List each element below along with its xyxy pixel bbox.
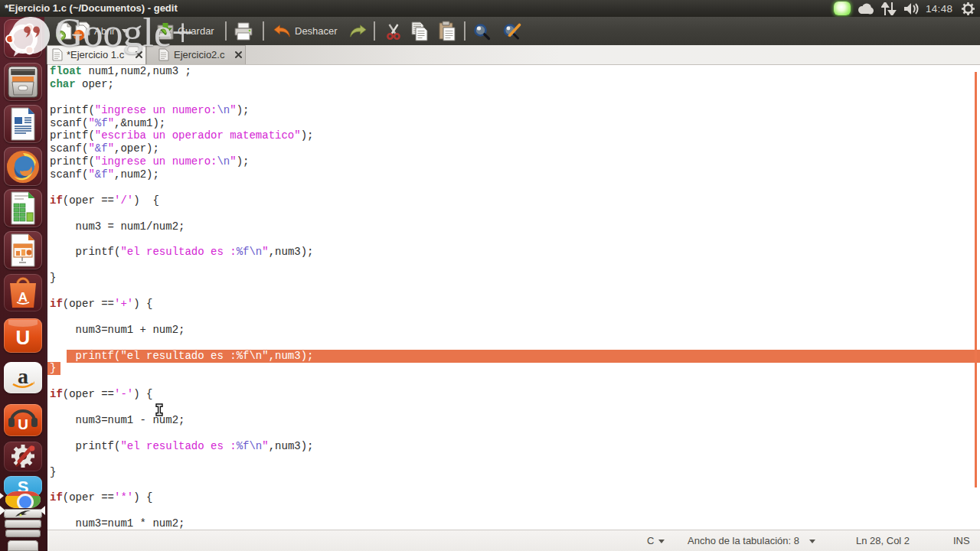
svg-text:A: A <box>18 290 28 305</box>
svg-text:U: U <box>16 326 31 349</box>
svg-text:a: a <box>18 364 28 388</box>
svg-text:U: U <box>18 416 28 432</box>
